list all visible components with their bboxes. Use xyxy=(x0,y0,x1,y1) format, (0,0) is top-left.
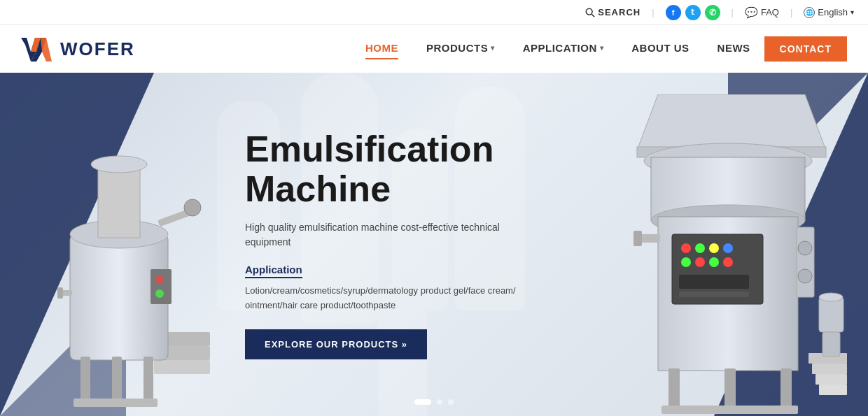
svg-point-34 xyxy=(723,243,733,253)
hero-subtitle: High quality emulsification machine cost… xyxy=(245,220,539,250)
svg-rect-22 xyxy=(62,290,72,296)
svg-line-1 xyxy=(592,14,594,17)
hero-application-label: Application xyxy=(245,264,302,278)
search-label: SEARCH xyxy=(598,7,640,17)
search-button[interactable]: SEARCH xyxy=(585,7,640,17)
language-selector[interactable]: 🌐 English ▾ xyxy=(804,7,854,18)
svg-point-38 xyxy=(723,257,733,267)
svg-rect-56 xyxy=(822,332,840,357)
facebook-icon[interactable]: f xyxy=(666,5,681,20)
hero-content: Emulsification Machine High quality emul… xyxy=(245,129,539,360)
carousel-dot-1[interactable] xyxy=(414,399,431,405)
hero-title: Emulsification Machine xyxy=(245,129,539,209)
divider-1: | xyxy=(652,7,654,17)
faq-icon: 💬 xyxy=(745,6,758,19)
svg-point-31 xyxy=(681,243,691,253)
svg-rect-47 xyxy=(724,368,736,410)
svg-rect-46 xyxy=(668,368,680,410)
svg-point-21 xyxy=(155,289,164,298)
carousel-dot-2[interactable] xyxy=(437,399,442,405)
svg-rect-51 xyxy=(812,364,847,374)
lang-label: English xyxy=(818,7,848,17)
twitter-icon[interactable]: 𝕥 xyxy=(685,5,701,20)
contact-button[interactable]: CONTACT xyxy=(764,36,847,62)
svg-point-37 xyxy=(709,257,719,267)
svg-rect-41 xyxy=(797,227,814,297)
chevron-down-icon: ▾ xyxy=(850,8,854,16)
svg-point-55 xyxy=(819,293,843,301)
machine-right-svg xyxy=(616,94,854,416)
svg-point-36 xyxy=(695,257,705,267)
globe-icon: 🌐 xyxy=(804,7,815,18)
main-nav: HOME PRODUCTS ▾ APPLICATION ▾ ABOUT US N… xyxy=(365,42,750,57)
header: WOFER HOME PRODUCTS ▾ APPLICATION ▾ ABOU… xyxy=(0,25,868,73)
svg-rect-17 xyxy=(144,357,153,406)
hero-section: Emulsification Machine High quality emul… xyxy=(0,73,868,416)
svg-rect-15 xyxy=(80,357,90,406)
machine-left xyxy=(28,94,224,416)
search-icon xyxy=(585,8,595,17)
svg-rect-40 xyxy=(679,292,749,297)
svg-marker-5 xyxy=(41,38,52,62)
whatsapp-icon[interactable]: ✆ xyxy=(705,5,720,20)
svg-rect-44 xyxy=(640,234,660,243)
nav-products[interactable]: PRODUCTS ▾ xyxy=(426,42,495,57)
svg-point-20 xyxy=(155,275,164,284)
top-bar: SEARCH | f 𝕥 ✆ | 💬 FAQ | 🌐 English ▾ xyxy=(0,0,868,25)
svg-rect-53 xyxy=(819,385,847,395)
divider-3: | xyxy=(790,7,792,17)
logo-icon xyxy=(21,35,55,63)
social-icons: f 𝕥 ✆ xyxy=(666,5,720,20)
svg-rect-45 xyxy=(634,231,642,246)
carousel-dot-3[interactable] xyxy=(448,399,454,405)
svg-rect-39 xyxy=(679,275,749,289)
svg-rect-48 xyxy=(780,368,792,410)
svg-rect-52 xyxy=(816,374,847,385)
svg-rect-18 xyxy=(74,399,158,407)
machine-right xyxy=(616,94,854,416)
svg-point-42 xyxy=(798,241,812,255)
chevron-down-icon: ▾ xyxy=(600,44,604,52)
hero-application-text: Lotion/cream/cosmetics/syrup/dermatology… xyxy=(245,284,539,313)
logo[interactable]: WOFER xyxy=(21,35,135,63)
explore-products-button[interactable]: EXPLORE OUR PRODUCTS » xyxy=(245,329,427,359)
svg-point-35 xyxy=(681,257,691,267)
svg-point-14 xyxy=(184,199,201,216)
svg-rect-8 xyxy=(154,360,210,374)
svg-point-12 xyxy=(91,156,147,173)
carousel-dots xyxy=(414,399,454,405)
faq-label: FAQ xyxy=(761,7,779,17)
nav-news[interactable]: NEWS xyxy=(718,42,750,57)
svg-rect-19 xyxy=(150,269,172,304)
svg-point-43 xyxy=(798,269,812,283)
divider-2: | xyxy=(732,7,734,17)
nav-home[interactable]: HOME xyxy=(365,42,398,57)
logo-text: WOFER xyxy=(60,38,135,60)
svg-point-32 xyxy=(695,243,705,253)
svg-rect-11 xyxy=(98,164,140,238)
svg-marker-24 xyxy=(637,94,826,150)
svg-rect-16 xyxy=(112,357,122,406)
svg-rect-23 xyxy=(57,287,63,299)
svg-point-33 xyxy=(709,243,719,253)
svg-rect-54 xyxy=(819,297,844,332)
svg-point-0 xyxy=(587,8,593,15)
machine-left-shape xyxy=(28,94,224,416)
svg-rect-49 xyxy=(662,406,798,414)
faq-button[interactable]: 💬 FAQ xyxy=(745,6,779,19)
machine-left-svg xyxy=(28,94,224,416)
nav-about-us[interactable]: ABOUT US xyxy=(631,42,689,57)
chevron-down-icon: ▾ xyxy=(491,44,495,52)
nav-application[interactable]: APPLICATION ▾ xyxy=(523,42,604,57)
